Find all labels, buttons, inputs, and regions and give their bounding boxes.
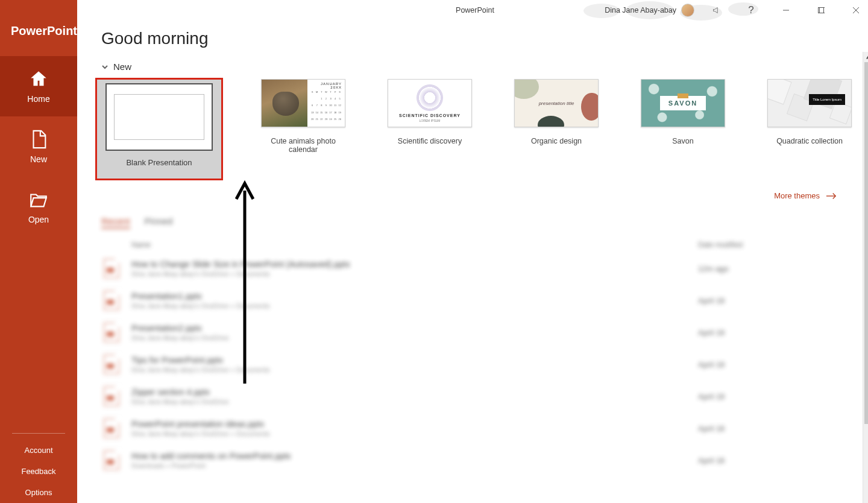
- template-label: Savon: [672, 137, 693, 145]
- recent-section: Recent Pinned Name Date modified How to …: [101, 216, 855, 476]
- file-date: 12m ago: [698, 264, 855, 273]
- pptx-file-icon: [104, 259, 119, 278]
- file-title: Presentation2.pptx: [131, 323, 698, 333]
- close-button[interactable]: [843, 1, 868, 20]
- template-label: Scientific discovery: [398, 137, 462, 145]
- tab-pinned[interactable]: Pinned: [145, 216, 173, 229]
- maximize-button[interactable]: [808, 1, 834, 20]
- recent-file-row[interactable]: Zipper section 4.pptxDina Jane Abay-abay…: [101, 381, 855, 413]
- pptx-file-icon: [104, 323, 119, 342]
- svg-rect-1: [819, 8, 824, 13]
- notifications-button[interactable]: [703, 1, 729, 20]
- file-date: April 19: [698, 296, 855, 305]
- nav-options[interactable]: Options: [0, 482, 77, 503]
- pptx-file-icon: [104, 291, 119, 310]
- sidebar-divider: [12, 433, 65, 434]
- file-path: Dina Jane Abay-abay's OneDrive » Documen…: [131, 430, 698, 437]
- file-path: Downloads » PowerPoint: [131, 462, 698, 469]
- vertical-scrollbar[interactable]: [863, 52, 868, 503]
- template-label: Cute animals photo calendar: [258, 137, 348, 154]
- maximize-icon: [817, 7, 825, 14]
- scrollbar-thumb[interactable]: [864, 62, 868, 424]
- file-path: Dina Jane Abay-abay's OneDrive: [131, 398, 698, 405]
- template-blank-presentation[interactable]: Blank Presentation: [96, 79, 222, 179]
- file-path: Dina Jane Abay-abay's OneDrive » Documen…: [131, 270, 698, 277]
- minimize-icon: [782, 7, 790, 14]
- new-file-icon: [28, 129, 49, 150]
- template-thumb: presentation title: [514, 79, 599, 127]
- nav-home-label: Home: [27, 94, 49, 104]
- more-themes-link[interactable]: More themes: [101, 191, 837, 200]
- template-label: Quadratic collection: [776, 137, 843, 145]
- nav-home[interactable]: Home: [0, 56, 77, 116]
- tab-recent[interactable]: Recent: [101, 216, 130, 229]
- pptx-file-icon: [104, 451, 119, 470]
- template-cute-animals[interactable]: JANUARY 20XX SMTWTFS 12345 6789101112 13…: [258, 79, 348, 154]
- sidebar: PowerPoint Home New Open Account Feedbac…: [0, 0, 77, 503]
- brand-title: PowerPoint: [0, 0, 77, 56]
- app-title: PowerPoint: [456, 6, 494, 14]
- close-icon: [852, 7, 860, 14]
- section-new-toggle[interactable]: New: [101, 62, 855, 72]
- file-title: How to add comments on PowerPoint.pptx: [131, 451, 698, 461]
- minimize-button[interactable]: [773, 1, 799, 20]
- file-date: April 18: [698, 424, 855, 433]
- scroll-up-button[interactable]: [863, 52, 868, 62]
- template-savon[interactable]: SAVON Savon: [638, 79, 728, 145]
- file-path: Dina Jane Abay-abay's OneDrive » Documen…: [131, 366, 698, 373]
- user-name: Dina Jane Abay-abay: [605, 6, 676, 14]
- template-label: Organic design: [531, 137, 582, 145]
- more-themes-label: More themes: [774, 191, 820, 200]
- caret-up-icon: [866, 55, 868, 60]
- file-title: Tips for PowerPoint.pptx: [131, 355, 698, 365]
- file-date: April 19: [698, 360, 855, 369]
- user-account[interactable]: Dina Jane Abay-abay: [605, 4, 694, 17]
- template-thumb: SAVON: [641, 79, 725, 127]
- file-date: April 19: [698, 328, 855, 337]
- file-title: How to Change Slide Size in PowerPoint (…: [131, 259, 698, 269]
- recent-file-row[interactable]: PowerPoint presentation ideas.pptxDina J…: [101, 413, 855, 444]
- nav-open-label: Open: [28, 215, 49, 224]
- template-quadratic-collection[interactable]: Title Lorem Ipsum Quadratic collection: [764, 79, 855, 145]
- recent-file-row[interactable]: Presentation2.pptxDina Jane Abay-abay's …: [101, 317, 855, 349]
- section-new-label: New: [113, 62, 131, 72]
- template-thumb: SCIENTIFIC DISCOVERYLOREM IPSUM: [388, 79, 472, 127]
- nav-feedback[interactable]: Feedback: [0, 461, 77, 482]
- chevron-down-icon: [101, 63, 108, 71]
- arrow-right-icon: [826, 192, 837, 200]
- pptx-file-icon: [104, 355, 119, 374]
- col-date: Date modified: [698, 241, 855, 249]
- pptx-file-icon: [104, 419, 119, 438]
- nav-open[interactable]: Open: [0, 177, 77, 237]
- nav-new-label: New: [30, 154, 47, 164]
- nav-account[interactable]: Account: [0, 440, 77, 461]
- col-name: Name: [131, 241, 698, 249]
- template-scientific-discovery[interactable]: SCIENTIFIC DISCOVERYLOREM IPSUM Scientif…: [385, 79, 475, 145]
- template-thumb: [105, 83, 213, 151]
- template-organic-design[interactable]: presentation title Organic design: [511, 79, 602, 145]
- pptx-file-icon: [104, 387, 119, 406]
- home-icon: [28, 69, 49, 89]
- avatar: [681, 4, 694, 17]
- file-title: Zipper section 4.pptx: [131, 387, 698, 397]
- file-path: Dina Jane Abay-abay's OneDrive: [131, 334, 698, 341]
- template-label: Blank Presentation: [126, 158, 192, 167]
- recent-file-row[interactable]: Tips for PowerPoint.pptxDina Jane Abay-a…: [101, 349, 855, 381]
- open-folder-icon: [28, 189, 49, 210]
- greeting: Good morning: [101, 29, 855, 48]
- file-path: Dina Jane Abay-abay's OneDrive » Documen…: [131, 302, 698, 309]
- recent-file-row[interactable]: Presentation1.pptxDina Jane Abay-abay's …: [101, 285, 855, 317]
- file-date: April 19: [698, 392, 855, 401]
- template-thumb: Title Lorem Ipsum: [767, 79, 852, 127]
- help-button[interactable]: ?: [738, 1, 764, 20]
- file-title: PowerPoint presentation ideas.pptx: [131, 419, 698, 429]
- templates-row: Blank Presentation JANUARY 20XX SMTWTFS …: [96, 79, 855, 179]
- recent-file-row[interactable]: How to add comments on PowerPoint.pptxDo…: [101, 444, 855, 476]
- nav-new[interactable]: New: [0, 116, 77, 177]
- template-thumb: JANUARY 20XX SMTWTFS 12345 6789101112 13…: [261, 79, 345, 127]
- megaphone-icon: [712, 7, 720, 14]
- recent-file-row[interactable]: How to Change Slide Size in PowerPoint (…: [101, 253, 855, 285]
- file-date: April 18: [698, 456, 855, 465]
- titlebar: PowerPoint Dina Jane Abay-abay ?: [77, 0, 868, 21]
- file-title: Presentation1.pptx: [131, 291, 698, 301]
